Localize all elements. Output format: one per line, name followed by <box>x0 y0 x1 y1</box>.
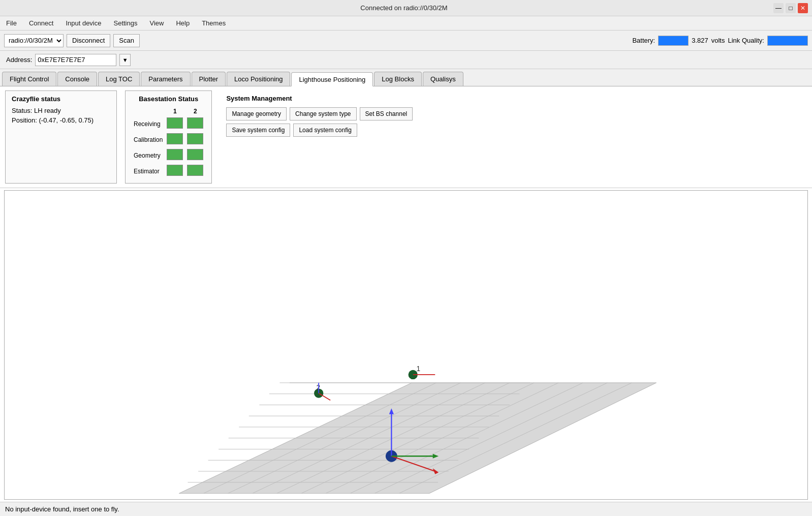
link-quality-label: Link Quality: <box>728 37 764 44</box>
lighthouse-1-label: 1 <box>417 365 421 373</box>
bs-row-receiving: Receiving <box>132 116 205 132</box>
bs-estimator-1 <box>167 165 183 176</box>
battery-bar <box>658 36 689 46</box>
sys-btn-row-1: Manage geometry Change system type Set B… <box>226 107 413 120</box>
viewport-svg: 1 2 <box>5 191 807 499</box>
close-button[interactable]: ✕ <box>798 3 808 13</box>
volts-label: volts <box>711 37 725 44</box>
tab-loco-positioning[interactable]: Loco Positioning <box>227 72 290 86</box>
addressbar: Address: ▼ <box>0 51 812 69</box>
3d-viewport[interactable]: 1 2 <box>4 190 808 500</box>
battery-value: 3.827 <box>692 37 708 44</box>
battery-section: Battery: 3.827 volts Link Quality: <box>632 36 808 46</box>
bs-row-geometry: Geometry <box>132 147 205 163</box>
statusbar: No input-device found, insert one to fly… <box>0 502 812 516</box>
maximize-button[interactable]: □ <box>786 3 796 13</box>
disconnect-button[interactable]: Disconnect <box>67 34 110 47</box>
scan-button[interactable]: Scan <box>113 34 140 47</box>
basestation-status-panel: Basestation Status 1 2 Receiving <box>125 90 212 184</box>
main-content: Crazyflie status Status: LH ready Positi… <box>0 86 812 502</box>
address-arrow[interactable]: ▼ <box>119 54 131 66</box>
bs-receiving-1 <box>167 117 183 129</box>
toolbar: radio://0/30/2M Disconnect Scan Battery:… <box>0 31 812 51</box>
menu-themes[interactable]: Themes <box>200 18 228 28</box>
tab-lighthouse-positioning[interactable]: Lighthouse Positioning <box>291 72 373 86</box>
bs-calibration-2 <box>187 133 203 144</box>
bs-status-table: 1 2 Receiving Calibration <box>132 107 205 179</box>
bs-estimator-2 <box>187 165 203 176</box>
cf-status-title: Crazyflie status <box>12 95 110 103</box>
bs-geometry-2 <box>187 149 203 160</box>
tab-plotter[interactable]: Plotter <box>192 72 226 86</box>
menu-input-device[interactable]: Input device <box>64 18 103 28</box>
load-system-config-button[interactable]: Load system config <box>293 124 357 137</box>
system-management-panel: System Management Manage geometry Change… <box>220 90 419 184</box>
change-system-type-button[interactable]: Change system type <box>290 107 356 120</box>
minimize-button[interactable]: — <box>773 3 784 13</box>
sys-mgmt-title: System Management <box>226 95 413 102</box>
menu-settings[interactable]: Settings <box>111 18 139 28</box>
address-label: Address: <box>6 56 32 64</box>
status-area: Crazyflie status Status: LH ready Positi… <box>0 86 812 188</box>
bs-receiving-2 <box>187 117 203 129</box>
menu-connect[interactable]: Connect <box>27 18 55 28</box>
window-title: Connected on radio://0/30/2M <box>35 4 773 12</box>
bs-col1: 1 <box>165 107 185 116</box>
tab-log-blocks[interactable]: Log Blocks <box>374 72 422 86</box>
tab-console[interactable]: Console <box>57 72 97 86</box>
tab-log-toc[interactable]: Log TOC <box>98 72 140 86</box>
address-input[interactable] <box>35 54 116 66</box>
bs-status-title: Basestation Status <box>132 95 205 103</box>
tab-qualisys[interactable]: Qualisys <box>423 72 463 86</box>
battery-label: Battery: <box>632 37 655 44</box>
statusbar-text: No input-device found, insert one to fly… <box>5 505 119 513</box>
link-quality-bar <box>767 36 808 46</box>
bs-calibration-1 <box>167 133 183 144</box>
radio-select[interactable]: radio://0/30/2M <box>4 34 64 47</box>
menu-file[interactable]: File <box>4 18 19 28</box>
sys-btn-row-2: Save system config Load system config <box>226 124 413 137</box>
tab-parameters[interactable]: Parameters <box>141 72 190 86</box>
set-bs-channel-button[interactable]: Set BS channel <box>360 107 413 120</box>
save-system-config-button[interactable]: Save system config <box>226 124 290 137</box>
tab-flight-control[interactable]: Flight Control <box>2 72 56 86</box>
cf-status-text: Status: LH ready <box>12 107 110 114</box>
menu-help[interactable]: Help <box>174 18 192 28</box>
menubar: File Connect Input device Settings View … <box>0 16 812 31</box>
menu-view[interactable]: View <box>147 18 166 28</box>
bs-geometry-1 <box>167 149 183 160</box>
manage-geometry-button[interactable]: Manage geometry <box>226 107 287 120</box>
tabs: Flight Control Console Log TOC Parameter… <box>0 69 812 86</box>
cf-position-text: Position: (-0.47, -0.65, 0.75) <box>12 116 110 124</box>
titlebar: Connected on radio://0/30/2M — □ ✕ <box>0 0 812 16</box>
crazyflie-status-panel: Crazyflie status Status: LH ready Positi… <box>5 90 117 184</box>
bs-row-calibration: Calibration <box>132 132 205 147</box>
bs-col2: 2 <box>185 107 205 116</box>
bs-row-estimator: Estimator <box>132 163 205 179</box>
grid-group <box>179 383 656 494</box>
